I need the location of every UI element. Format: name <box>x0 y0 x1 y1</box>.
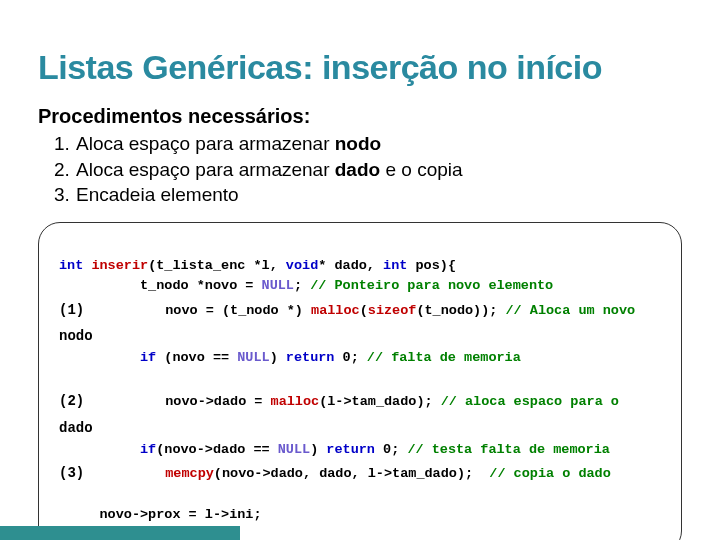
list-item: 3.Encadeia elemento <box>54 182 682 208</box>
list-item: 1.Aloca espaço para armazenar nodo <box>54 131 682 157</box>
footer-accent-bar <box>0 526 240 540</box>
slide-title: Listas Genéricas: inserção no início <box>38 48 682 87</box>
procedures-heading: Procedimentos necessários: <box>38 105 682 128</box>
list-item: 2.Aloca espaço para armazenar dado e o c… <box>54 157 682 183</box>
nodo-label: nodo <box>59 326 93 346</box>
dado-label: dado <box>59 418 93 438</box>
step-marker-3: (3) <box>59 463 84 483</box>
step-marker-2: (2) <box>59 391 84 411</box>
step-marker-1: (1) <box>59 300 84 320</box>
procedure-list: 1.Aloca espaço para armazenar nodo 2.Alo… <box>38 131 682 208</box>
code-block: int inserir(t_lista_enc *l, void* dado, … <box>38 222 682 540</box>
